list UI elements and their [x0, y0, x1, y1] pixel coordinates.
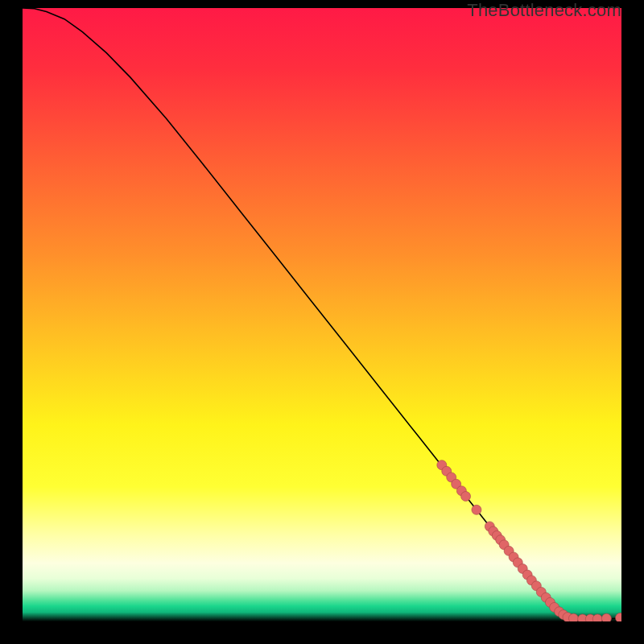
data-point: [472, 505, 481, 514]
data-point: [601, 613, 611, 621]
chart-container: TheBottleneck.com: [0, 0, 644, 644]
data-point: [461, 492, 471, 502]
attribution-text: TheBottleneck.com: [467, 0, 621, 21]
plot-area: [23, 8, 621, 621]
chart-svg: [23, 8, 621, 621]
data-point: [568, 613, 578, 621]
data-point: [592, 614, 602, 621]
